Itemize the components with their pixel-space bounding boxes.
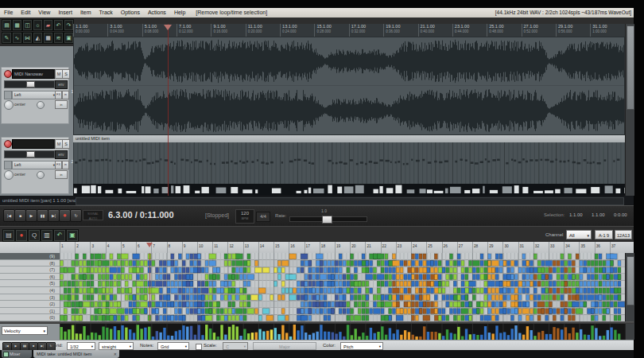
volume-slider-handle[interactable] bbox=[26, 151, 35, 158]
scrollbar-thumb[interactable] bbox=[627, 25, 634, 110]
menu-insert[interactable]: Insert bbox=[54, 8, 76, 18]
crossfade-button[interactable]: ⋈ bbox=[22, 32, 33, 44]
note-range-button-2[interactable]: 12A13 bbox=[615, 230, 632, 239]
transport-position-display[interactable]: 6.3.00 / 0:11.000 bbox=[108, 210, 174, 220]
note-row-label[interactable]: (3) bbox=[0, 294, 60, 302]
grid-button[interactable]: ▦ bbox=[43, 32, 53, 44]
tab-mixer[interactable]: Mixer bbox=[2, 350, 32, 358]
channel-dropdown[interactable]: All ▾ bbox=[566, 230, 592, 239]
play-button[interactable]: ▶ bbox=[25, 209, 37, 222]
note-row-label[interactable]: (5) bbox=[0, 280, 60, 287]
menu-file[interactable]: File bbox=[0, 8, 17, 18]
arrange-vertical-scrollbar[interactable] bbox=[625, 24, 634, 196]
new-project-button[interactable]: ▤ bbox=[2, 19, 12, 31]
dock-button[interactable]: ▣ bbox=[66, 229, 79, 242]
time-signature[interactable]: 4/4 bbox=[256, 212, 270, 222]
note-row-label[interactable]: (0) bbox=[0, 314, 60, 321]
note-row-label[interactable]: (6) bbox=[0, 274, 60, 281]
rate-slider-handle[interactable] bbox=[322, 216, 332, 224]
ripple-button[interactable]: ≋ bbox=[53, 32, 64, 44]
scale-checkbox[interactable] bbox=[196, 344, 202, 350]
scrollbar-thumb[interactable] bbox=[627, 256, 634, 305]
render-button[interactable]: ▰ bbox=[43, 19, 53, 31]
velocity-lane[interactable] bbox=[60, 324, 625, 340]
fx-button[interactable]: FX bbox=[55, 91, 62, 99]
arrange-horizontal-scrollbar[interactable] bbox=[76, 197, 624, 205]
record-monitor-button[interactable]: in bbox=[55, 100, 68, 109]
scale-root-dropdown[interactable]: C▾ bbox=[223, 342, 248, 350]
menu-view[interactable]: View bbox=[34, 8, 54, 18]
close-icon[interactable]: ✕ bbox=[114, 350, 117, 358]
repeat-button[interactable]: ↻ bbox=[70, 209, 82, 222]
routing-icon[interactable] bbox=[4, 91, 12, 99]
menu-options[interactable]: Options bbox=[117, 8, 144, 18]
pan-knob[interactable] bbox=[4, 170, 14, 180]
note-row-label[interactable]: (1) bbox=[0, 308, 60, 315]
midi-item-note-preview[interactable] bbox=[73, 184, 625, 196]
midi-editor-ruler[interactable]: 1234567891011121314151617181920212223242… bbox=[0, 242, 634, 253]
fx-button[interactable]: FX bbox=[55, 161, 62, 169]
note-row-label[interactable]: (4) bbox=[0, 287, 60, 294]
note-range-button-1[interactable]: A-1 9 bbox=[595, 230, 613, 239]
track-name-field[interactable] bbox=[12, 139, 55, 149]
save-project-button[interactable]: ◫ bbox=[22, 19, 33, 31]
rate-slider[interactable] bbox=[289, 216, 367, 222]
tab-midi-take[interactable]: MIDI take: untitled MIDI item ✕ bbox=[33, 350, 119, 358]
quantize-button[interactable]: Q bbox=[28, 229, 41, 242]
pan-knob[interactable] bbox=[4, 100, 14, 110]
note-row-label[interactable]: (8) bbox=[0, 260, 60, 267]
solo-button[interactable]: S bbox=[62, 69, 70, 79]
env-button[interactable]: env bbox=[55, 150, 68, 159]
midi-edit-cursor-marker[interactable] bbox=[146, 243, 153, 247]
record-arm-button[interactable] bbox=[4, 70, 12, 78]
menu-actions[interactable]: Actions bbox=[144, 8, 170, 18]
project-settings-button[interactable]: ☼ bbox=[33, 19, 43, 31]
cc-lane-dropdown[interactable]: Velocity ▾ bbox=[2, 326, 48, 335]
open-project-button[interactable]: ▦ bbox=[12, 19, 22, 31]
piano-keys-button[interactable]: ▥ bbox=[41, 229, 53, 242]
selection-length[interactable]: 0:0.00 bbox=[614, 212, 627, 217]
stop-button[interactable]: ■ bbox=[14, 209, 26, 222]
scale-mode-button[interactable]: Major bbox=[253, 342, 316, 350]
item-properties-button[interactable]: ▤ bbox=[2, 229, 15, 242]
input-dropdown[interactable]: Left▾ bbox=[12, 91, 56, 99]
go-to-start-button[interactable]: |◀ bbox=[3, 209, 15, 222]
pause-button[interactable]: ▮▮ bbox=[37, 209, 48, 222]
note-row-label[interactable]: (7) bbox=[0, 267, 60, 274]
menu-help[interactable]: Help bbox=[170, 8, 189, 18]
note-row-label[interactable]: (9) bbox=[0, 253, 60, 260]
piano-roll-notes[interactable] bbox=[60, 253, 625, 321]
record-button[interactable]: ● bbox=[15, 229, 28, 242]
midi-item-body[interactable] bbox=[73, 142, 625, 184]
width-knob[interactable] bbox=[37, 171, 45, 179]
pencil-button[interactable]: ✎ bbox=[2, 32, 12, 44]
selection-end[interactable]: 1.1.00 bbox=[592, 212, 605, 217]
grid-size-dropdown[interactable]: 1/32▾ bbox=[67, 342, 95, 350]
menu-edit[interactable]: Edit bbox=[17, 8, 34, 18]
record-monitor-button[interactable]: in bbox=[55, 170, 68, 179]
metronome-button[interactable]: ◭ bbox=[33, 32, 43, 44]
track-name-field[interactable]: MIDI Nanowav bbox=[12, 69, 55, 79]
volume-slider[interactable] bbox=[4, 150, 55, 158]
note-row-label[interactable]: (2) bbox=[0, 301, 60, 308]
audio-item-waveform[interactable] bbox=[73, 37, 625, 135]
sync-status-box[interactable]: SIGNAL AUTO bbox=[83, 210, 103, 220]
piano-roll-scrollbar[interactable] bbox=[625, 253, 634, 340]
midi-item-title[interactable]: untitled MIDI item bbox=[73, 135, 625, 142]
record-button[interactable]: ● bbox=[59, 209, 71, 222]
volume-slider[interactable] bbox=[4, 80, 55, 88]
edit-cursor-marker[interactable] bbox=[164, 25, 172, 30]
solo-button[interactable]: S bbox=[62, 139, 70, 149]
env-button[interactable]: env bbox=[55, 80, 68, 89]
envelope-button[interactable]: ∿ bbox=[12, 32, 22, 44]
record-arm-button[interactable] bbox=[4, 140, 12, 148]
bpm-display[interactable]: 120 BPM bbox=[235, 209, 254, 224]
notes-dropdown[interactable]: Grid▾ bbox=[157, 342, 189, 350]
arrange-timeline-ruler[interactable]: 1.1.000:00.0003.1.000:04.0005.1.000:08.0… bbox=[73, 24, 625, 37]
color-mode-dropdown[interactable]: Pitch▾ bbox=[340, 342, 383, 350]
undo-button[interactable]: ↶ bbox=[53, 19, 64, 31]
menu-track[interactable]: Track bbox=[95, 8, 117, 18]
routing-icon[interactable] bbox=[4, 161, 12, 169]
width-knob[interactable] bbox=[37, 101, 45, 109]
go-to-end-button[interactable]: ▶| bbox=[48, 209, 60, 222]
